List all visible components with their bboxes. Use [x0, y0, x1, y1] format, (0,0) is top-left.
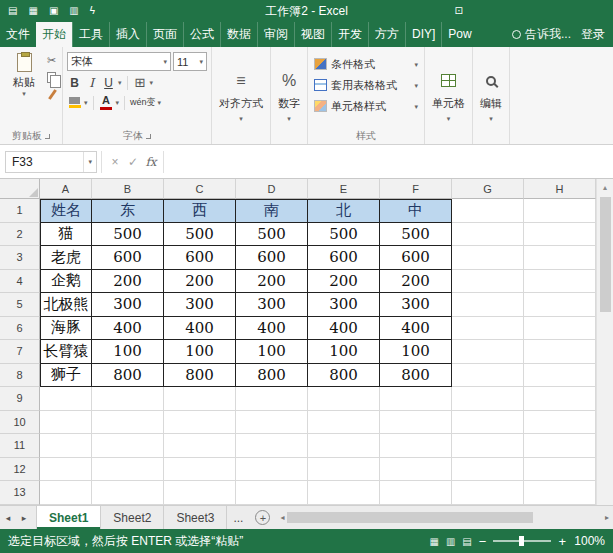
- cell-B9[interactable]: [92, 387, 164, 411]
- cell-B10[interactable]: [92, 411, 164, 435]
- cell-A3[interactable]: 老虎: [40, 246, 92, 270]
- zoom-in-button[interactable]: +: [558, 534, 566, 549]
- cell-E11[interactable]: [308, 434, 380, 458]
- normal-view-icon[interactable]: ▦: [429, 536, 438, 547]
- cell-B1[interactable]: 东: [92, 199, 164, 223]
- cell-G13[interactable]: [452, 481, 524, 505]
- cell-C3[interactable]: 600: [164, 246, 236, 270]
- cell-C4[interactable]: 200: [164, 270, 236, 294]
- print-icon[interactable]: ▥: [69, 0, 78, 22]
- cell-B3[interactable]: 600: [92, 246, 164, 270]
- cell-G9[interactable]: [452, 387, 524, 411]
- ribbon-tab-审阅[interactable]: 审阅: [257, 22, 294, 47]
- sign-in[interactable]: 登录: [581, 26, 605, 43]
- cell-A4[interactable]: 企鹅: [40, 270, 92, 294]
- italic-button[interactable]: I: [84, 74, 99, 91]
- cell-C9[interactable]: [164, 387, 236, 411]
- row-header-3[interactable]: 3: [0, 246, 40, 270]
- zoom-out-button[interactable]: −: [479, 534, 487, 549]
- scroll-right-icon[interactable]: ▸: [605, 513, 609, 522]
- cell-B4[interactable]: 200: [92, 270, 164, 294]
- ribbon-tab-Pow[interactable]: Pow: [441, 22, 477, 47]
- add-sheet-button[interactable]: +: [255, 510, 270, 525]
- cell-B12[interactable]: [92, 458, 164, 482]
- cell-G7[interactable]: [452, 340, 524, 364]
- cell-A1[interactable]: 姓名: [40, 199, 92, 223]
- col-header-G[interactable]: G: [452, 179, 524, 199]
- cell-G5[interactable]: [452, 293, 524, 317]
- cell-C1[interactable]: 西: [164, 199, 236, 223]
- ribbon-display-options-icon[interactable]: ⊡: [455, 0, 463, 22]
- save-icon[interactable]: ▤: [8, 0, 17, 22]
- cell-H4[interactable]: [524, 270, 596, 294]
- cell-B6[interactable]: 400: [92, 317, 164, 341]
- cell-F2[interactable]: 500: [380, 223, 452, 247]
- cell-E13[interactable]: [308, 481, 380, 505]
- cell-D7[interactable]: 100: [236, 340, 308, 364]
- cell-H2[interactable]: [524, 223, 596, 247]
- format-painter-icon[interactable]: [47, 89, 58, 101]
- row-header-6[interactable]: 6: [0, 317, 40, 341]
- cell-D12[interactable]: [236, 458, 308, 482]
- font-size-select[interactable]: 11 ▾: [173, 52, 207, 71]
- cell-A12[interactable]: [40, 458, 92, 482]
- cell-C2[interactable]: 500: [164, 223, 236, 247]
- conditional-formatting-button[interactable]: 条件格式 ▾: [312, 54, 420, 74]
- font-name-select[interactable]: 宋体 ▾: [67, 52, 171, 71]
- ribbon-group-alignment[interactable]: ≡ 对齐方式 ▾: [212, 47, 271, 144]
- cell-G3[interactable]: [452, 246, 524, 270]
- cell-D3[interactable]: 600: [236, 246, 308, 270]
- col-header-B[interactable]: B: [92, 179, 164, 199]
- cut-icon[interactable]: ✂: [47, 54, 58, 67]
- cell-A6[interactable]: 海豚: [40, 317, 92, 341]
- cell-F9[interactable]: [380, 387, 452, 411]
- row-header-2[interactable]: 2: [0, 223, 40, 247]
- dialog-launcher-icon[interactable]: [146, 134, 151, 139]
- name-box[interactable]: F33 ▾: [5, 151, 97, 173]
- grid-icon[interactable]: ▦: [28, 0, 37, 22]
- ribbon-group-cells[interactable]: 单元格 ▾: [425, 47, 473, 144]
- ribbon-tab-插入[interactable]: 插入: [109, 22, 146, 47]
- horizontal-scrollbar[interactable]: ◂ ▸: [280, 506, 609, 529]
- font-color-icon[interactable]: A: [99, 94, 114, 111]
- row-header-12[interactable]: 12: [0, 458, 40, 482]
- sheet-tab-Sheet2[interactable]: Sheet2: [101, 506, 164, 529]
- ribbon-tab-开发[interactable]: 开发: [331, 22, 368, 47]
- cell-E3[interactable]: 600: [308, 246, 380, 270]
- zoom-slider-thumb[interactable]: [519, 536, 524, 546]
- sheet-nav-left-icon[interactable]: ◂: [0, 506, 16, 529]
- cell-D11[interactable]: [236, 434, 308, 458]
- row-header-4[interactable]: 4: [0, 270, 40, 294]
- cell-F8[interactable]: 800: [380, 364, 452, 388]
- cell-E2[interactable]: 500: [308, 223, 380, 247]
- cell-H7[interactable]: [524, 340, 596, 364]
- underline-button[interactable]: U: [101, 74, 116, 91]
- row-header-5[interactable]: 5: [0, 293, 40, 317]
- cell-G2[interactable]: [452, 223, 524, 247]
- copy-icon[interactable]: [47, 72, 56, 83]
- cell-D13[interactable]: [236, 481, 308, 505]
- lightning-icon[interactable]: ϟ: [90, 0, 95, 22]
- cell-B2[interactable]: 500: [92, 223, 164, 247]
- ribbon-tab-开始[interactable]: 开始: [36, 22, 72, 47]
- cell-F6[interactable]: 400: [380, 317, 452, 341]
- window-icon[interactable]: ▣: [49, 0, 58, 22]
- cell-C5[interactable]: 300: [164, 293, 236, 317]
- scroll-left-icon[interactable]: ◂: [280, 513, 284, 522]
- cell-C13[interactable]: [164, 481, 236, 505]
- cell-G8[interactable]: [452, 364, 524, 388]
- format-as-table-button[interactable]: 套用表格格式 ▾: [312, 75, 420, 95]
- ribbon-group-editing[interactable]: 编辑 ▾: [473, 47, 510, 144]
- cell-D8[interactable]: 800: [236, 364, 308, 388]
- col-header-F[interactable]: F: [380, 179, 452, 199]
- page-layout-view-icon[interactable]: ▥: [446, 536, 455, 547]
- cell-F3[interactable]: 600: [380, 246, 452, 270]
- cell-F10[interactable]: [380, 411, 452, 435]
- ribbon-tab-方方[interactable]: 方方: [368, 22, 405, 47]
- cell-F4[interactable]: 200: [380, 270, 452, 294]
- cell-C6[interactable]: 400: [164, 317, 236, 341]
- cell-A10[interactable]: [40, 411, 92, 435]
- cell-B8[interactable]: 800: [92, 364, 164, 388]
- cell-E8[interactable]: 800: [308, 364, 380, 388]
- paste-button[interactable]: 粘贴 ▾: [4, 50, 44, 130]
